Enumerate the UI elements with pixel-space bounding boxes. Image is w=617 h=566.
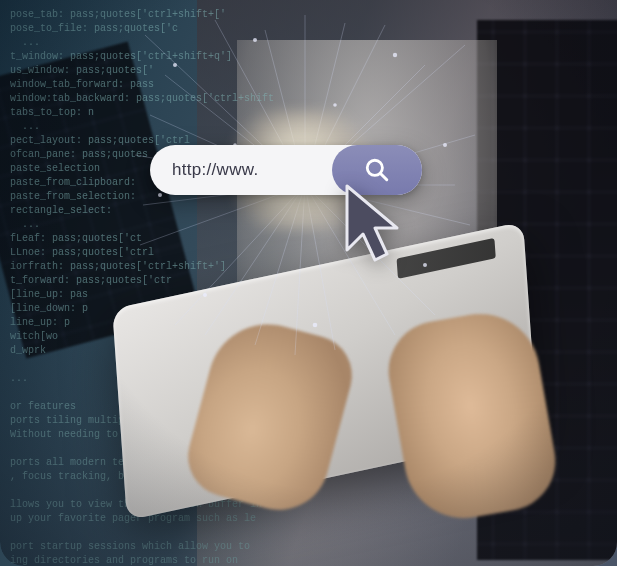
svg-point-23 (173, 63, 177, 67)
url-search-bar[interactable]: http://www. (150, 145, 422, 195)
url-text: http://www. (150, 160, 332, 180)
magnifier-icon (364, 157, 390, 183)
svg-line-35 (380, 173, 386, 179)
search-button[interactable] (332, 145, 422, 195)
